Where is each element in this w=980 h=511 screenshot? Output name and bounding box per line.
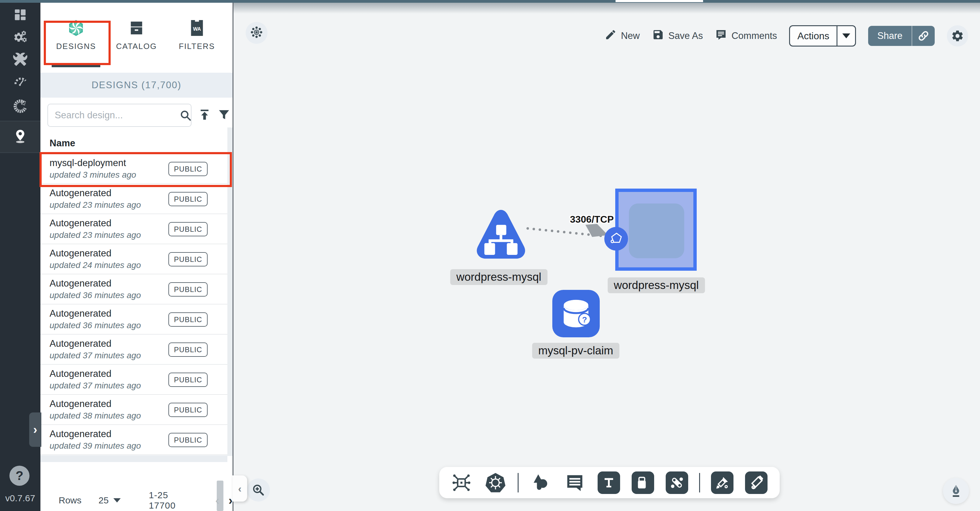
visibility-badge: PUBLIC [169,433,208,447]
column-header-name: Name [49,138,75,149]
previous-page-button[interactable]: ‹ [215,493,219,507]
sidebar-item-performance[interactable] [0,70,40,94]
search-input[interactable] [48,110,179,121]
design-updated: updated 38 minutes ago [49,411,141,421]
visibility-badge: PUBLIC [169,403,208,417]
design-name: mysql-deployment [49,158,126,169]
node-label-service: wordpress-mysql [450,269,547,285]
design-name: Autogenerated [49,218,111,229]
search-row [40,99,232,130]
link-icon [918,30,929,42]
design-row[interactable]: Autogenerated updated 36 minutes ago PUB… [40,275,228,305]
next-page-button[interactable]: › [229,493,232,507]
pen-arrow-tile-icon [711,471,733,494]
new-button[interactable]: New [605,29,640,43]
note-tool-button[interactable] [631,471,655,495]
upload-icon [198,108,211,123]
rows-label: Rows [59,495,81,506]
design-row[interactable]: Autogenerated updated 37 minutes ago PUB… [40,335,228,365]
meshery-kanvas-app: › ? v0.7.67 [0,0,980,511]
components-tool-button[interactable] [450,471,473,495]
design-mode-button[interactable] [943,478,969,504]
comment-icon [715,29,727,43]
search-icon [179,109,192,122]
design-row[interactable]: Autogenerated updated 36 minutes ago PUB… [40,305,228,335]
share-label: Share [868,26,912,46]
design-name: Autogenerated [49,429,111,439]
canvas-toolbar: New Save As Comments Actions Share [605,24,968,48]
actions-button[interactable]: Actions [789,25,856,46]
magnifier-plus-icon [252,483,265,497]
design-updated: updated 37 minutes ago [49,351,141,361]
annotate-arrow-tool-button[interactable] [710,471,734,495]
kubernetes-tool-button[interactable] [484,471,508,495]
design-row[interactable]: Autogenerated updated 24 minutes ago PUB… [40,244,228,275]
design-canvas[interactable]: New Save As Comments Actions Share [234,3,980,511]
design-row[interactable]: Autogenerated updated 39 minutes ago PUB… [40,425,228,455]
sidebar-expand-button[interactable]: › [29,412,41,447]
caret-down-icon [842,34,850,38]
design-row[interactable]: Autogenerated updated 23 minutes ago PUB… [40,214,228,244]
actions-label: Actions [790,26,837,46]
design-row[interactable]: Autogenerated updated 38 minutes ago PUB… [40,395,228,425]
publish-design-button[interactable] [196,107,213,124]
comments-button[interactable]: Comments [715,29,777,43]
link-tool-button[interactable] [665,471,689,495]
service-port-badge[interactable] [604,227,628,251]
tab-filters[interactable]: WA FILTERS [167,3,227,70]
top-strip-notch [616,0,703,2]
text-tool-button[interactable] [597,471,621,495]
help-button[interactable]: ? [10,466,30,486]
crossed-wrenches-icon [13,52,27,68]
node-deployment-wordpress-mysql[interactable] [615,188,697,271]
visibility-badge: PUBLIC [169,282,208,297]
note-tile-icon [632,471,654,494]
sidebar-item-mesh-adapters[interactable] [0,95,40,119]
design-list: mysql-deployment updated 3 minutes ago P… [40,154,228,455]
design-name: Autogenerated [49,338,111,349]
list-scrollbar-track[interactable] [228,128,232,456]
design-updated: updated 37 minutes ago [49,381,141,391]
tab-designs[interactable]: DESIGNS [46,3,107,70]
design-updated: updated 24 minutes ago [49,260,141,270]
save-as-button[interactable]: Save As [652,29,703,43]
page-size-select[interactable]: 25 [99,495,121,506]
actions-dropdown-toggle[interactable] [837,26,855,46]
sidebar-item-lifecycle[interactable] [0,26,40,49]
copy-link-button[interactable] [912,26,935,46]
sidebar-item-dashboard[interactable] [0,3,40,27]
sidebar-item-kanvas[interactable] [0,125,40,149]
text-tile-icon [598,471,620,494]
mesh-mode-button[interactable] [246,22,267,44]
sidebar-item-configuration[interactable] [0,48,40,72]
comment-tool-button[interactable] [563,471,587,495]
design-row[interactable]: mysql-deployment updated 3 minutes ago P… [40,154,228,184]
zoom-in-button[interactable] [247,479,270,501]
freehand-draw-tool-button[interactable] [745,471,768,495]
panel-collapse-handle[interactable]: ‹ [232,476,247,501]
design-row[interactable]: Autogenerated updated 23 minutes ago PUB… [40,184,228,214]
shapes-tool-button[interactable] [529,471,553,495]
design-row[interactable]: Autogenerated updated 37 minutes ago PUB… [40,365,228,395]
kubernetes-icon [485,472,506,493]
visibility-badge: PUBLIC [169,342,208,357]
filter-list-button[interactable] [215,107,232,124]
design-updated: updated 23 minutes ago [49,230,141,240]
visibility-badge: PUBLIC [169,192,208,206]
tab-filters-label: FILTERS [179,42,215,51]
node-pvc-mysql-pv-claim[interactable]: ? [552,290,600,337]
tab-designs-label: DESIGNS [56,42,96,51]
design-name: Autogenerated [49,278,111,289]
designs-panel: DESIGNS CATALOG WA [40,3,234,511]
tab-catalog[interactable]: CATALOG [107,3,167,70]
design-name: Autogenerated [49,368,111,379]
share-button[interactable]: Share [868,26,935,46]
visibility-badge: PUBLIC [169,373,208,387]
canvas-settings-button[interactable] [947,25,968,46]
node-service-wordpress-mysql[interactable] [474,207,528,262]
comment-lines-icon [565,473,585,493]
design-updated: updated 36 minutes ago [49,291,141,300]
meshery-design-icon [67,19,85,37]
chain-tile-icon [666,471,688,494]
list-end-strip [40,455,228,462]
